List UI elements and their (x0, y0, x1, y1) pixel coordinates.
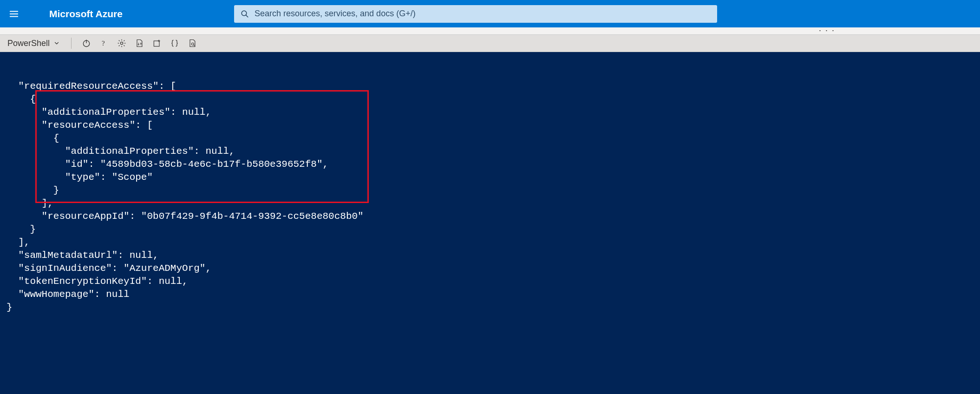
terminal-line: "type": "Scope" (7, 171, 975, 184)
svg-point-17 (191, 43, 194, 45)
editor-button[interactable] (166, 36, 183, 51)
ellipsis-icon: . . . (819, 24, 835, 33)
resize-strip[interactable]: . . . (0, 27, 980, 34)
search-input[interactable] (255, 9, 711, 19)
svg-rect-14 (154, 41, 159, 46)
toolbar-divider (71, 38, 72, 49)
svg-text:?: ? (102, 39, 105, 47)
search-wrap (234, 5, 717, 23)
help-icon: ? (99, 39, 109, 48)
svg-line-11 (124, 46, 125, 46)
shell-selector-label: PowerShell (7, 39, 50, 48)
terminal-line: ], (7, 197, 975, 210)
new-session-button[interactable] (149, 36, 165, 51)
gear-icon (117, 39, 126, 48)
terminal-line: } (7, 301, 975, 314)
terminal-line: "additionalProperties": null, (7, 145, 975, 158)
preview-button[interactable] (184, 36, 201, 51)
terminal-line: { (7, 132, 975, 145)
shell-selector[interactable]: PowerShell (3, 36, 65, 51)
terminal-line: "tokenEncryptionKeyId": null, (7, 275, 975, 288)
terminal-line: "resourceAppId": "0b07f429-9f4b-4714-939… (7, 210, 975, 223)
svg-line-12 (119, 46, 120, 46)
restart-button[interactable] (78, 36, 95, 51)
terminal-line: "additionalProperties": null, (7, 106, 975, 119)
braces-icon (170, 39, 179, 48)
power-icon (82, 39, 91, 48)
upload-download-button[interactable] (131, 36, 148, 51)
file-transfer-icon (135, 39, 144, 48)
terminal-line: { (7, 93, 975, 106)
svg-point-5 (120, 42, 123, 44)
svg-line-13 (124, 40, 125, 41)
terminal-line: } (7, 184, 975, 197)
help-button[interactable]: ? (96, 36, 112, 51)
hamburger-icon (9, 9, 19, 19)
terminal-line: } (7, 223, 975, 236)
terminal-line: "wwwHomepage": null (7, 288, 975, 301)
terminal-output[interactable]: "requiredResourceAccess": [ { "additiona… (0, 52, 980, 394)
search-box[interactable] (234, 5, 717, 23)
svg-line-1 (246, 15, 248, 17)
brand-label: Microsoft Azure (49, 8, 123, 20)
search-icon (241, 10, 249, 18)
svg-line-18 (194, 45, 195, 46)
settings-button[interactable] (113, 36, 130, 51)
svg-line-10 (119, 40, 120, 41)
terminal-line: "id": "4589bd03-58cb-4e6c-b17f-b580e3965… (7, 158, 975, 171)
terminal-line: "requiredResourceAccess": [ (7, 80, 975, 93)
terminal-line: "signInAudience": "AzureADMyOrg", (7, 262, 975, 275)
terminal-line: "resourceAccess": [ (7, 119, 975, 132)
terminal-line: ], (7, 236, 975, 249)
new-tab-icon (152, 39, 162, 48)
chevron-down-icon (53, 40, 60, 46)
terminal-line: "samlMetadataUrl": null, (7, 249, 975, 262)
file-search-icon (188, 39, 197, 48)
cloud-shell-toolbar: PowerShell ? (0, 34, 980, 52)
menu-button[interactable] (5, 5, 23, 23)
